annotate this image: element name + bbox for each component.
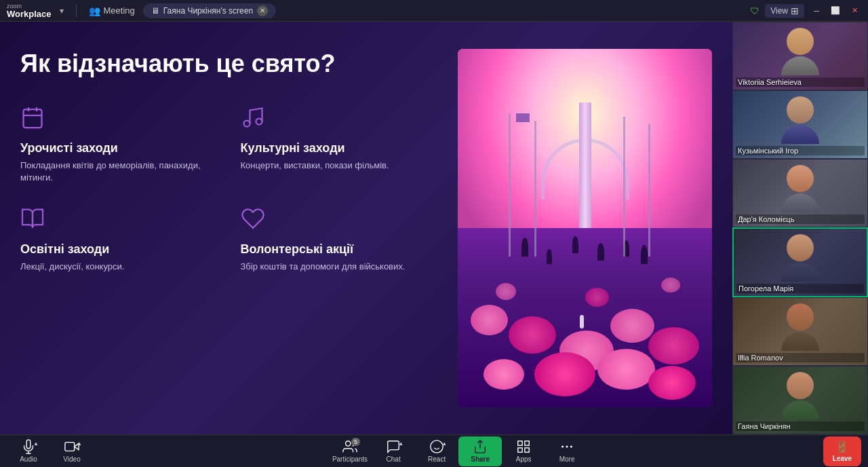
zoom-logo: zoom Workplace	[7, 3, 52, 18]
chat-icon: ▲	[386, 439, 401, 454]
audio-caret: ▲	[33, 441, 39, 447]
leave-button[interactable]: 🚪 Leave	[823, 436, 861, 466]
video-button[interactable]: ▲ Video	[50, 436, 94, 466]
video-caret: ▲	[77, 441, 82, 447]
participant-name-6: Гаяна Чиркінян	[736, 422, 865, 431]
apps-button[interactable]: Apps	[502, 436, 545, 466]
chat-caret: ▲	[398, 441, 403, 447]
slide-title: Як відзначають це свято?	[20, 49, 444, 78]
slide-image	[458, 49, 712, 407]
participant-name-1: Viktoriia Serhieieva	[736, 77, 865, 87]
participant-tile-6[interactable]: Гаяна Чиркінян	[732, 366, 868, 434]
audio-label: Audio	[20, 455, 37, 463]
more-label: More	[559, 455, 575, 463]
participant-tile-1[interactable]: Viktoriia Serhieieva	[732, 22, 868, 90]
screen-share-indicator[interactable]: 🖥 Гаяна Чиркінян's screen ✕	[143, 3, 276, 18]
security-shield-icon: 🛡	[750, 5, 760, 16]
svg-rect-18	[518, 448, 522, 452]
slide-content: Як відзначають це свято? Урочисті заходи	[20, 49, 444, 407]
leave-icon: 🚪	[835, 441, 849, 453]
feature-ceremonial: Урочисті заходи Покладання квітів до мем…	[20, 105, 224, 184]
book-icon	[20, 206, 224, 236]
feature-cultural: Культурні заходи Концерти, виставки, пок…	[241, 105, 445, 184]
main-content: Як відзначають це свято? Урочисті заходи	[0, 22, 868, 434]
svg-point-20	[571, 446, 572, 447]
svg-point-19	[566, 446, 568, 447]
title-bar: zoom Workplace ▾ 👥 Meeting 🖥 Гаяна Чиркі…	[0, 0, 868, 22]
svg-rect-9	[65, 443, 75, 451]
close-button[interactable]: ✕	[848, 4, 861, 18]
more-button[interactable]: More	[545, 436, 589, 466]
feature-volunteer-desc: Збір коштів та допомоги для військових.	[241, 261, 445, 273]
calendar-icon	[20, 105, 224, 134]
svg-rect-16	[525, 441, 529, 445]
participant-name-3: Дар'я Коломієць	[736, 214, 865, 224]
microphone-icon: ▲	[21, 439, 36, 454]
share-label: Share	[471, 455, 490, 463]
minimize-button[interactable]: ─	[810, 4, 823, 18]
participants-label: Participants	[332, 455, 368, 463]
react-icon: ▲	[429, 439, 444, 454]
svg-rect-17	[525, 448, 529, 452]
video-icon: ▲	[64, 439, 79, 454]
presentation-area: Як відзначають це свято? Урочисті заходи	[0, 22, 732, 434]
view-label: View	[770, 6, 788, 16]
participant-name-4: Погорела Марія	[736, 284, 864, 293]
react-label: React	[428, 455, 446, 463]
participants-button[interactable]: 5 Participants	[328, 436, 372, 466]
participant-name-5: Illia Romanov	[736, 353, 865, 362]
participant-tile-2[interactable]: Кузьмінський Ігор	[732, 90, 868, 159]
screen-share-name: Гаяна Чиркінян's screen	[163, 6, 253, 16]
participants-badge: 5	[351, 438, 360, 446]
monument-scene	[458, 49, 712, 407]
participants-panel: Viktoriia Serhieieva Кузьмінський Ігор 🎤…	[732, 22, 868, 434]
participant-tile-3[interactable]: 🎤 Дар'я Коломієць	[732, 159, 868, 227]
feature-volunteer-title: Волонтерські акції	[241, 242, 445, 257]
leave-label: Leave	[833, 455, 852, 462]
screen-share-close[interactable]: ✕	[257, 5, 268, 16]
chat-label: Chat	[387, 455, 401, 463]
svg-point-21	[562, 446, 564, 447]
feature-volunteer: Волонтерські акції Збір коштів та допомо…	[241, 206, 445, 273]
meeting-label: 👥 Meeting	[89, 5, 135, 16]
video-label: Video	[63, 455, 80, 463]
share-button[interactable]: Share	[458, 436, 502, 466]
feature-cultural-title: Культурні заходи	[241, 141, 445, 155]
react-button[interactable]: ▲ React	[415, 436, 458, 466]
chat-button[interactable]: ▲ Chat	[372, 436, 415, 466]
screen-share-icon: 🖥	[151, 6, 159, 16]
svg-point-10	[346, 441, 351, 446]
workplace-text: Workplace	[7, 10, 52, 18]
meeting-icon: 👥	[89, 5, 100, 16]
feature-ceremonial-desc: Покладання квітів до меморіалів, панахид…	[20, 160, 224, 184]
feature-educational-desc: Лекції, дискусії, конкурси.	[20, 261, 224, 273]
meeting-text: Meeting	[104, 5, 135, 16]
participant-tile-4[interactable]: Погорела Марія	[732, 227, 868, 297]
feature-educational: Освітні заходи Лекції, дискусії, конкурс…	[20, 206, 224, 273]
participants-icon: 5	[342, 439, 357, 454]
svg-rect-15	[518, 441, 522, 445]
heart-icon	[241, 206, 445, 236]
feature-cultural-desc: Концерти, виставки, покази фільмів.	[241, 160, 445, 172]
toolbar: ▲ Audio ▲ Video 5 Participants ▲ Chat ▲	[0, 434, 868, 467]
music-icon	[241, 105, 445, 134]
view-icon: ⊞	[791, 5, 799, 16]
svg-rect-0	[24, 109, 42, 128]
more-icon	[559, 439, 574, 454]
react-caret: ▲	[441, 441, 447, 447]
audio-button[interactable]: ▲ Audio	[7, 436, 50, 466]
apps-label: Apps	[516, 455, 532, 463]
feature-ceremonial-title: Урочисті заходи	[20, 141, 224, 155]
participant-tile-5[interactable]: 🎤 Illia Romanov	[732, 297, 868, 366]
apps-icon	[516, 439, 531, 454]
participant-name-2: Кузьмінський Ігор	[736, 146, 865, 155]
view-button[interactable]: View ⊞	[765, 4, 804, 18]
maximize-button[interactable]: ⬜	[829, 4, 842, 18]
feature-educational-title: Освітні заходи	[20, 242, 224, 257]
svg-point-5	[256, 119, 262, 125]
dropdown-arrow[interactable]: ▾	[60, 6, 64, 16]
share-icon	[473, 439, 488, 454]
svg-point-4	[243, 121, 250, 127]
features-grid: Урочисті заходи Покладання квітів до мем…	[20, 105, 444, 273]
